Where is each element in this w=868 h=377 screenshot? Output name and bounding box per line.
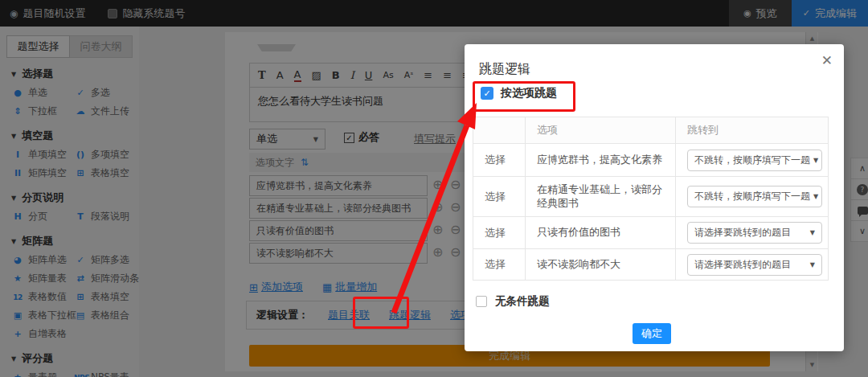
jump-select[interactable]: 请选择要跳转到的题目▼ — [687, 222, 822, 244]
jump-select[interactable]: 不跳转，按顺序填写下一题▼ — [687, 150, 822, 171]
select-cell: 选择 — [473, 217, 525, 248]
skip-by-option-label: 按选项跳题 — [501, 86, 557, 100]
table-row: 选择 在精通专业基础上，读部分经典图书 不跳转，按顺序填写下一题▼ — [473, 176, 828, 216]
skip-logic-table: 选项 跳转到 选择 应博览群书，提高文化素养 不跳转，按顺序填写下一题▼ 选择 … — [473, 117, 829, 281]
option-cell: 读不读影响都不大 — [525, 249, 675, 280]
unconditional-skip-toggle[interactable]: 无条件跳题 — [476, 294, 550, 309]
unconditional-skip-checkbox[interactable] — [476, 296, 487, 307]
option-cell: 应博览群书，提高文化素养 — [525, 144, 675, 176]
header-jump: 跳转到 — [675, 117, 828, 143]
close-icon[interactable]: ✕ — [821, 52, 833, 68]
jump-select[interactable]: 请选择要跳转到的题目▼ — [687, 254, 822, 276]
table-row: 选择 应博览群书，提高文化素养 不跳转，按顺序填写下一题▼ — [473, 143, 828, 176]
caret-down-icon: ▼ — [813, 193, 818, 200]
select-cell: 选择 — [473, 144, 525, 176]
caret-down-icon: ▼ — [810, 261, 815, 268]
jump-value: 请选择要跳转到的题目 — [694, 258, 791, 272]
jump-value: 不跳转，按顺序填写下一题 — [694, 154, 810, 167]
unconditional-skip-label: 无条件跳题 — [495, 294, 550, 309]
jump-select[interactable]: 不跳转，按顺序填写下一题▼ — [687, 186, 822, 207]
table-row: 选择 只读有价值的图书 请选择要跳转到的题目▼ — [473, 216, 828, 248]
table-row: 选择 读不读影响都不大 请选择要跳转到的题目▼ — [473, 248, 828, 280]
table-header-row: 选项 跳转到 — [473, 117, 828, 143]
skip-by-option-toggle[interactable]: ✓ 按选项跳题 — [481, 86, 557, 100]
dialog-title: 跳题逻辑 — [479, 61, 530, 78]
option-cell: 在精通专业基础上，读部分经典图书 — [525, 177, 675, 216]
skip-logic-dialog: 跳题逻辑 ✕ ✓ 按选项跳题 选项 跳转到 选择 应博览群书，提高文化素养 不跳… — [465, 44, 844, 351]
caret-down-icon: ▼ — [813, 157, 818, 164]
header-option: 选项 — [525, 117, 675, 143]
jump-value: 不跳转，按顺序填写下一题 — [694, 190, 810, 203]
jump-value: 请选择要跳转到的题目 — [694, 226, 791, 240]
caret-down-icon: ▼ — [810, 229, 815, 236]
option-cell: 只读有价值的图书 — [525, 217, 675, 248]
select-cell: 选择 — [473, 249, 525, 280]
select-cell: 选择 — [473, 177, 525, 216]
header-empty — [473, 117, 525, 143]
skip-by-option-checkbox[interactable]: ✓ — [481, 87, 493, 100]
confirm-button[interactable]: 确定 — [633, 323, 671, 344]
